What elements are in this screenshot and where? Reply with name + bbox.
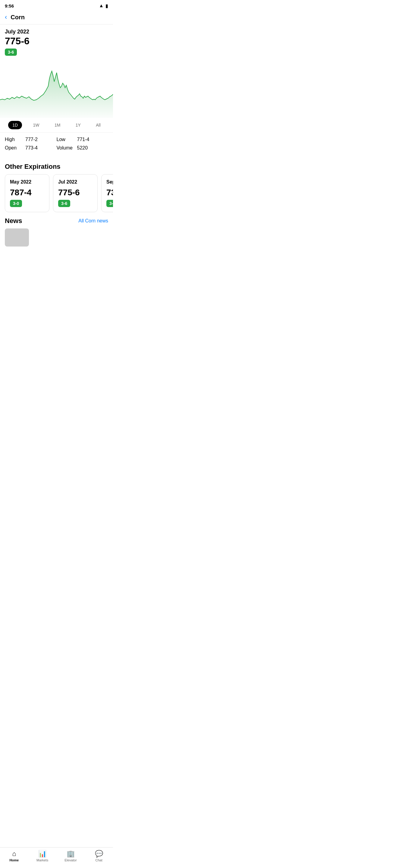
chart-area <box>0 71 113 118</box>
stats-section: High 777-2 Low 771-4 Open 773-4 Volume 5… <box>0 133 113 158</box>
exp-badge-1: 3-6 <box>58 200 70 207</box>
low-value: 771-4 <box>77 137 90 142</box>
exp-month-0: May 2022 <box>10 179 44 185</box>
exp-badge-2: 3-0 <box>106 200 113 207</box>
high-label: High <box>5 137 23 142</box>
stat-volume: Volume 5220 <box>57 145 108 151</box>
low-label: Low <box>57 137 75 142</box>
status-bar: 9:56 ▲ ▮ <box>0 0 113 11</box>
exp-price-2: 732-0 <box>106 188 113 197</box>
expiration-card-0[interactable]: May 2022 787-4 3-0 <box>5 174 50 212</box>
price-section: July 2022 775-6 3-6 <box>0 24 113 56</box>
news-section: News All Corn news <box>0 217 113 271</box>
high-value: 777-2 <box>25 137 38 142</box>
expirations-scroll: May 2022 787-4 3-0 Jul 2022 775-6 3-6 Se… <box>0 174 113 217</box>
chart-svg <box>0 58 113 118</box>
stats-row-1: High 777-2 Low 771-4 <box>5 137 108 142</box>
stat-high: High 777-2 <box>5 137 57 142</box>
change-badge: 3-6 <box>5 49 17 56</box>
exp-price-0: 787-4 <box>10 188 44 197</box>
status-icons: ▲ ▮ <box>99 3 108 9</box>
other-expirations-title: Other Expirations <box>0 158 113 174</box>
open-label: Open <box>5 145 23 151</box>
price-chart <box>0 58 113 118</box>
stats-row-2: Open 773-4 Volume 5220 <box>5 145 108 151</box>
news-thumbnail <box>5 228 29 247</box>
news-article-preview[interactable] <box>5 228 108 271</box>
status-time: 9:56 <box>5 3 14 8</box>
back-button[interactable]: ‹ <box>5 13 7 21</box>
volume-value: 5220 <box>77 145 88 151</box>
news-title: News <box>5 217 22 225</box>
stat-open: Open 773-4 <box>5 145 57 151</box>
exp-badge-0: 3-0 <box>10 200 22 207</box>
exp-price-1: 775-6 <box>58 188 93 197</box>
stat-low: Low 771-4 <box>57 137 108 142</box>
news-header: News All Corn news <box>5 217 108 225</box>
all-corn-news-link[interactable]: All Corn news <box>78 218 108 224</box>
open-value: 773-4 <box>25 145 38 151</box>
tab-1m[interactable]: 1M <box>50 121 64 129</box>
tab-1w[interactable]: 1W <box>29 121 43 129</box>
tab-1y[interactable]: 1Y <box>71 121 85 129</box>
month-year-label: July 2022 <box>5 29 108 35</box>
wifi-icon: ▲ <box>99 3 104 8</box>
volume-label: Volume <box>57 145 75 151</box>
page-header: ‹ Corn <box>0 11 113 24</box>
exp-month-1: Jul 2022 <box>58 179 93 185</box>
expiration-card-2[interactable]: Sep 2022 732-0 3-0 <box>101 174 113 212</box>
time-tabs: 1D 1W 1M 1Y All <box>0 118 113 133</box>
battery-icon: ▮ <box>105 3 108 9</box>
expiration-card-1[interactable]: Jul 2022 775-6 3-6 <box>53 174 98 212</box>
tab-all[interactable]: All <box>92 121 105 129</box>
tab-1d[interactable]: 1D <box>8 121 22 129</box>
page-title: Corn <box>10 14 25 21</box>
price-value: 775-6 <box>5 36 108 47</box>
exp-month-2: Sep 2022 <box>106 179 113 185</box>
